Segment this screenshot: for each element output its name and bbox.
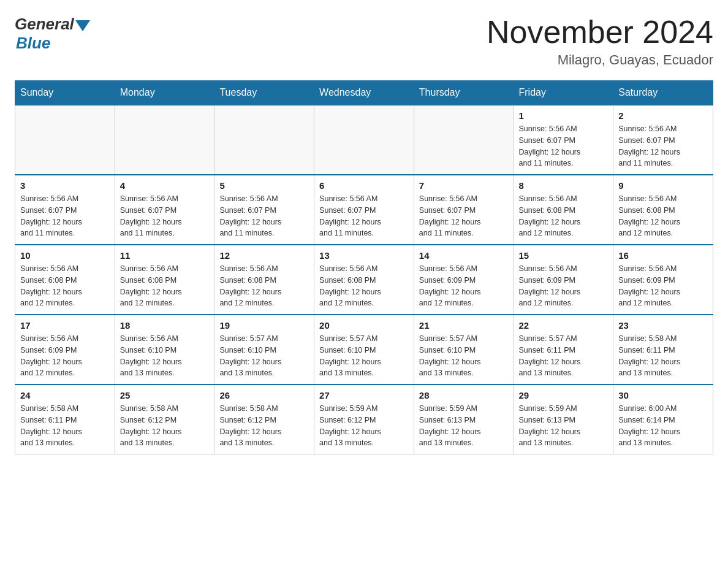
day-info: Sunrise: 5:56 AM Sunset: 6:08 PM Dayligh… bbox=[319, 263, 409, 309]
day-number: 18 bbox=[120, 320, 210, 331]
day-info: Sunrise: 5:57 AM Sunset: 6:10 PM Dayligh… bbox=[419, 333, 509, 379]
calendar-cell: 18Sunrise: 5:56 AM Sunset: 6:10 PM Dayli… bbox=[115, 315, 214, 385]
page-header: General Blue November 2024 Milagro, Guay… bbox=[15, 15, 713, 68]
day-number: 30 bbox=[618, 390, 708, 400]
day-number: 5 bbox=[219, 180, 309, 191]
calendar-cell: 2Sunrise: 5:56 AM Sunset: 6:07 PM Daylig… bbox=[613, 105, 713, 175]
calendar-cell: 24Sunrise: 5:58 AM Sunset: 6:11 PM Dayli… bbox=[15, 385, 115, 454]
calendar-week-row: 24Sunrise: 5:58 AM Sunset: 6:11 PM Dayli… bbox=[15, 385, 713, 454]
day-number: 13 bbox=[319, 250, 409, 261]
day-number: 12 bbox=[219, 250, 309, 261]
calendar-cell bbox=[414, 105, 514, 175]
day-number: 9 bbox=[618, 180, 708, 191]
day-info: Sunrise: 5:59 AM Sunset: 6:13 PM Dayligh… bbox=[519, 403, 609, 449]
calendar-cell: 14Sunrise: 5:56 AM Sunset: 6:09 PM Dayli… bbox=[414, 245, 514, 315]
day-number: 16 bbox=[618, 250, 708, 261]
calendar-cell: 5Sunrise: 5:56 AM Sunset: 6:07 PM Daylig… bbox=[214, 175, 314, 245]
column-header-monday: Monday bbox=[115, 81, 214, 105]
calendar-cell: 1Sunrise: 5:56 AM Sunset: 6:07 PM Daylig… bbox=[514, 105, 613, 175]
calendar-cell: 16Sunrise: 5:56 AM Sunset: 6:09 PM Dayli… bbox=[613, 245, 713, 315]
day-info: Sunrise: 5:56 AM Sunset: 6:08 PM Dayligh… bbox=[618, 193, 708, 239]
day-info: Sunrise: 5:56 AM Sunset: 6:07 PM Dayligh… bbox=[319, 193, 409, 239]
logo-triangle-icon bbox=[75, 20, 90, 31]
day-number: 21 bbox=[419, 320, 509, 331]
calendar-cell: 28Sunrise: 5:59 AM Sunset: 6:13 PM Dayli… bbox=[414, 385, 514, 454]
day-info: Sunrise: 5:56 AM Sunset: 6:07 PM Dayligh… bbox=[519, 123, 609, 169]
day-number: 2 bbox=[618, 110, 708, 121]
month-title: November 2024 bbox=[487, 15, 713, 50]
calendar-cell bbox=[15, 105, 115, 175]
title-section: November 2024 Milagro, Guayas, Ecuador bbox=[487, 15, 713, 68]
calendar-cell: 17Sunrise: 5:56 AM Sunset: 6:09 PM Dayli… bbox=[15, 315, 115, 385]
day-info: Sunrise: 5:56 AM Sunset: 6:08 PM Dayligh… bbox=[120, 263, 210, 309]
day-number: 25 bbox=[120, 390, 210, 400]
day-number: 24 bbox=[20, 390, 110, 400]
day-number: 27 bbox=[319, 390, 409, 400]
day-info: Sunrise: 5:56 AM Sunset: 6:09 PM Dayligh… bbox=[20, 333, 110, 379]
day-info: Sunrise: 5:58 AM Sunset: 6:12 PM Dayligh… bbox=[120, 403, 210, 449]
day-info: Sunrise: 5:57 AM Sunset: 6:10 PM Dayligh… bbox=[319, 333, 409, 379]
calendar-cell: 11Sunrise: 5:56 AM Sunset: 6:08 PM Dayli… bbox=[115, 245, 214, 315]
day-number: 4 bbox=[120, 180, 210, 191]
calendar-cell: 9Sunrise: 5:56 AM Sunset: 6:08 PM Daylig… bbox=[613, 175, 713, 245]
day-info: Sunrise: 5:56 AM Sunset: 6:09 PM Dayligh… bbox=[618, 263, 708, 309]
day-info: Sunrise: 5:56 AM Sunset: 6:08 PM Dayligh… bbox=[20, 263, 110, 309]
day-number: 11 bbox=[120, 250, 210, 261]
logo-general-text: General bbox=[15, 15, 74, 34]
calendar-cell bbox=[115, 105, 214, 175]
calendar-cell: 27Sunrise: 5:59 AM Sunset: 6:12 PM Dayli… bbox=[314, 385, 414, 454]
logo-blue-text: Blue bbox=[16, 34, 50, 53]
column-header-sunday: Sunday bbox=[15, 81, 115, 105]
day-number: 6 bbox=[319, 180, 409, 191]
calendar-table: SundayMondayTuesdayWednesdayThursdayFrid… bbox=[15, 80, 713, 454]
column-header-tuesday: Tuesday bbox=[214, 81, 314, 105]
calendar-cell bbox=[314, 105, 414, 175]
day-number: 15 bbox=[519, 250, 609, 261]
calendar-cell bbox=[214, 105, 314, 175]
calendar-cell: 23Sunrise: 5:58 AM Sunset: 6:11 PM Dayli… bbox=[613, 315, 713, 385]
day-info: Sunrise: 5:59 AM Sunset: 6:13 PM Dayligh… bbox=[419, 403, 509, 449]
calendar-cell: 13Sunrise: 5:56 AM Sunset: 6:08 PM Dayli… bbox=[314, 245, 414, 315]
column-header-saturday: Saturday bbox=[613, 81, 713, 105]
calendar-cell: 26Sunrise: 5:58 AM Sunset: 6:12 PM Dayli… bbox=[214, 385, 314, 454]
location-text: Milagro, Guayas, Ecuador bbox=[487, 52, 713, 68]
calendar-cell: 25Sunrise: 5:58 AM Sunset: 6:12 PM Dayli… bbox=[115, 385, 214, 454]
calendar-cell: 30Sunrise: 6:00 AM Sunset: 6:14 PM Dayli… bbox=[613, 385, 713, 454]
calendar-cell: 19Sunrise: 5:57 AM Sunset: 6:10 PM Dayli… bbox=[214, 315, 314, 385]
calendar-cell: 10Sunrise: 5:56 AM Sunset: 6:08 PM Dayli… bbox=[15, 245, 115, 315]
column-header-friday: Friday bbox=[514, 81, 613, 105]
day-number: 8 bbox=[519, 180, 609, 191]
calendar-cell: 8Sunrise: 5:56 AM Sunset: 6:08 PM Daylig… bbox=[514, 175, 613, 245]
calendar-cell: 12Sunrise: 5:56 AM Sunset: 6:08 PM Dayli… bbox=[214, 245, 314, 315]
day-info: Sunrise: 5:56 AM Sunset: 6:07 PM Dayligh… bbox=[219, 193, 309, 239]
day-info: Sunrise: 5:56 AM Sunset: 6:09 PM Dayligh… bbox=[519, 263, 609, 309]
calendar-week-row: 3Sunrise: 5:56 AM Sunset: 6:07 PM Daylig… bbox=[15, 175, 713, 245]
column-header-thursday: Thursday bbox=[414, 81, 514, 105]
day-number: 7 bbox=[419, 180, 509, 191]
day-info: Sunrise: 5:56 AM Sunset: 6:08 PM Dayligh… bbox=[519, 193, 609, 239]
calendar-cell: 6Sunrise: 5:56 AM Sunset: 6:07 PM Daylig… bbox=[314, 175, 414, 245]
day-number: 23 bbox=[618, 320, 708, 331]
day-info: Sunrise: 5:56 AM Sunset: 6:10 PM Dayligh… bbox=[120, 333, 210, 379]
calendar-cell: 20Sunrise: 5:57 AM Sunset: 6:10 PM Dayli… bbox=[314, 315, 414, 385]
day-number: 20 bbox=[319, 320, 409, 331]
day-number: 1 bbox=[519, 110, 609, 121]
day-number: 22 bbox=[519, 320, 609, 331]
calendar-week-row: 17Sunrise: 5:56 AM Sunset: 6:09 PM Dayli… bbox=[15, 315, 713, 385]
day-info: Sunrise: 5:56 AM Sunset: 6:07 PM Dayligh… bbox=[120, 193, 210, 239]
day-info: Sunrise: 5:59 AM Sunset: 6:12 PM Dayligh… bbox=[319, 403, 409, 449]
day-number: 29 bbox=[519, 390, 609, 400]
calendar-cell: 7Sunrise: 5:56 AM Sunset: 6:07 PM Daylig… bbox=[414, 175, 514, 245]
day-info: Sunrise: 5:58 AM Sunset: 6:11 PM Dayligh… bbox=[20, 403, 110, 449]
day-number: 19 bbox=[219, 320, 309, 331]
day-info: Sunrise: 5:57 AM Sunset: 6:11 PM Dayligh… bbox=[519, 333, 609, 379]
day-info: Sunrise: 5:58 AM Sunset: 6:12 PM Dayligh… bbox=[219, 403, 309, 449]
calendar-cell: 15Sunrise: 5:56 AM Sunset: 6:09 PM Dayli… bbox=[514, 245, 613, 315]
day-info: Sunrise: 5:56 AM Sunset: 6:07 PM Dayligh… bbox=[419, 193, 509, 239]
day-info: Sunrise: 5:58 AM Sunset: 6:11 PM Dayligh… bbox=[618, 333, 708, 379]
logo: General Blue bbox=[15, 15, 90, 53]
calendar-cell: 29Sunrise: 5:59 AM Sunset: 6:13 PM Dayli… bbox=[514, 385, 613, 454]
calendar-cell: 22Sunrise: 5:57 AM Sunset: 6:11 PM Dayli… bbox=[514, 315, 613, 385]
calendar-cell: 3Sunrise: 5:56 AM Sunset: 6:07 PM Daylig… bbox=[15, 175, 115, 245]
calendar-cell: 21Sunrise: 5:57 AM Sunset: 6:10 PM Dayli… bbox=[414, 315, 514, 385]
